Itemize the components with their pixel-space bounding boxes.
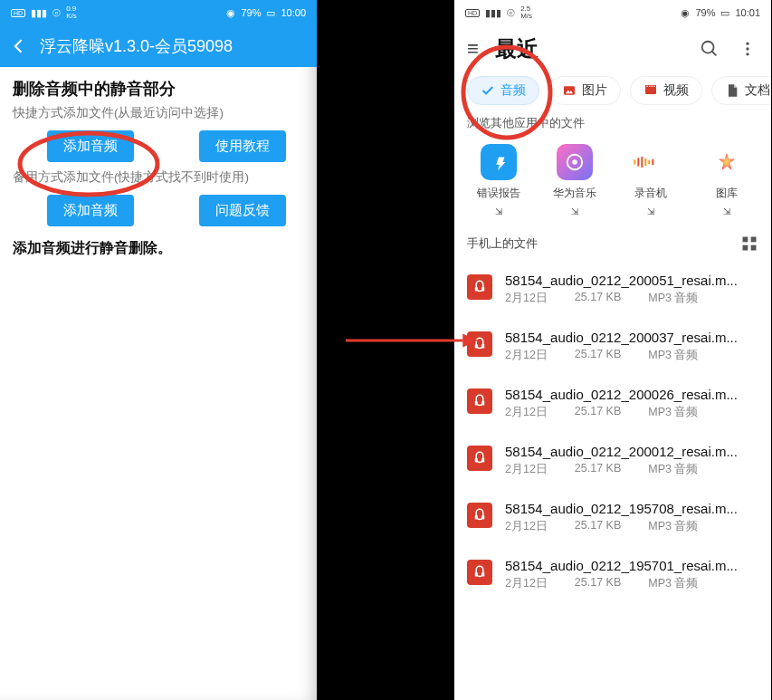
svg-rect-7 <box>645 87 656 94</box>
audio-file-icon <box>467 446 492 471</box>
file-sub: 2月12日 25.17 KB MP3 音频 <box>505 405 758 420</box>
app-title: 浮云降噪v1.3.0-会员59098 <box>40 35 233 57</box>
file-name: 58154_audio_0212_195708_resai.m... <box>505 501 749 516</box>
chip-doc[interactable]: 文档 <box>711 76 771 105</box>
file-size: 25.17 KB <box>575 519 621 534</box>
svg-rect-27 <box>475 287 478 292</box>
svg-rect-12 <box>653 86 654 87</box>
wifi-icon: ⦾ <box>507 7 515 19</box>
recent-title: 最近 <box>495 34 538 63</box>
svg-rect-18 <box>644 158 646 166</box>
signal-icon: ▮▮▮ <box>485 7 501 19</box>
app-bugreport[interactable]: 错误报告 ⇲ <box>467 144 530 216</box>
svg-rect-33 <box>475 458 478 463</box>
right-status-bar: HD ▮▮▮ ⦾ 2.5M/s ◉ 79% ▭ 10:01 <box>454 0 771 25</box>
status-right-icons: ◉ 79% ▭ 10:00 <box>226 7 306 19</box>
file-name: 58154_audio_0212_200026_resai.m... <box>505 387 749 402</box>
net-speed: 0.9K/s <box>66 5 77 20</box>
svg-rect-15 <box>634 159 635 164</box>
recorder-icon <box>633 144 669 180</box>
svg-rect-31 <box>475 401 478 406</box>
file-meta: 58154_audio_0212_200012_resai.m... 2月12日… <box>505 444 758 477</box>
back-icon[interactable] <box>9 36 29 56</box>
file-meta: 58154_audio_0212_200051_resai.m... 2月12日… <box>505 273 758 306</box>
chip-audio[interactable]: 音频 <box>467 76 539 105</box>
file-name: 58154_audio_0212_200037_resai.m... <box>505 330 749 345</box>
battery-pct: 79% <box>695 7 715 18</box>
app-hwmusic[interactable]: 华为音乐 ⇲ <box>543 144 606 216</box>
file-type: MP3 音频 <box>648 405 698 420</box>
svg-point-3 <box>746 47 748 50</box>
file-size: 25.17 KB <box>575 405 621 420</box>
file-type: MP3 音频 <box>648 348 698 363</box>
svg-marker-22 <box>719 153 734 169</box>
grid-view-icon[interactable] <box>740 235 758 253</box>
shortcut-icon: ⇲ <box>647 206 654 216</box>
add-audio-button-2[interactable]: 添加音频 <box>47 195 134 226</box>
app-recorder[interactable]: 录音机 ⇲ <box>619 144 682 216</box>
svg-rect-16 <box>637 158 639 166</box>
file-date: 2月12日 <box>505 576 548 591</box>
add-audio-button-1[interactable]: 添加音频 <box>47 130 134 162</box>
tutorial-button[interactable]: 使用教程 <box>199 130 286 162</box>
battery-pct: 79% <box>241 7 261 18</box>
image-icon <box>562 83 577 98</box>
file-item[interactable]: 58154_audio_0212_195701_resai.m... 2月12日… <box>454 547 771 604</box>
file-date: 2月12日 <box>505 519 548 534</box>
hint-quick: 快捷方式添加文件(从最近访问中选择) <box>0 105 317 127</box>
file-item[interactable]: 58154_audio_0212_200051_resai.m... 2月12日… <box>454 262 771 319</box>
wifi-icon: ⦾ <box>52 7 61 19</box>
chip-video[interactable]: 视频 <box>630 76 702 105</box>
audio-file-icon <box>467 560 492 585</box>
file-sub: 2月12日 25.17 KB MP3 音频 <box>505 519 758 534</box>
app-label: 录音机 <box>634 186 667 201</box>
svg-rect-35 <box>475 515 478 520</box>
clock: 10:00 <box>281 7 306 18</box>
video-icon <box>643 83 658 98</box>
file-list: 58154_audio_0212_200051_resai.m... 2月12日… <box>454 253 771 604</box>
file-sub: 2月12日 25.17 KB MP3 音频 <box>505 348 758 363</box>
file-sub: 2月12日 25.17 KB MP3 音频 <box>505 576 758 591</box>
hd-icon: HD <box>465 9 480 17</box>
file-meta: 58154_audio_0212_200026_resai.m... 2月12日… <box>505 387 758 420</box>
svg-point-0 <box>702 42 714 53</box>
gallery-icon <box>709 144 745 180</box>
shortcut-icon: ⇲ <box>495 206 502 216</box>
file-item[interactable]: 58154_audio_0212_200026_resai.m... 2月12日… <box>454 376 771 433</box>
hamburger-icon[interactable]: ≡ <box>467 37 479 61</box>
status-right-icons: ◉ 79% ▭ 10:01 <box>681 7 760 19</box>
net-speed: 2.5M/s <box>520 5 532 20</box>
feedback-button[interactable]: 问题反馈 <box>199 195 286 226</box>
file-date: 2月12日 <box>505 462 548 477</box>
file-item[interactable]: 58154_audio_0212_200037_resai.m... 2月12日… <box>454 319 771 376</box>
clock: 10:01 <box>735 7 760 18</box>
file-sub: 2月12日 25.17 KB MP3 音频 <box>505 291 758 306</box>
doc-icon <box>725 83 739 98</box>
file-date: 2月12日 <box>505 348 548 363</box>
status-left-icons: HD ▮▮▮ ⦾ 2.5M/s <box>465 5 532 20</box>
svg-rect-19 <box>648 160 650 164</box>
file-meta: 58154_audio_0212_195701_resai.m... 2月12日… <box>505 558 758 591</box>
svg-rect-28 <box>481 287 484 292</box>
svg-rect-30 <box>481 344 484 349</box>
svg-rect-25 <box>743 245 748 251</box>
file-size: 25.17 KB <box>575 576 621 591</box>
file-item[interactable]: 58154_audio_0212_200012_resai.m... 2月12日… <box>454 433 771 490</box>
chip-label: 音频 <box>500 82 526 99</box>
more-icon[interactable] <box>737 38 758 60</box>
left-header: HD ▮▮▮ ⦾ 0.9K/s ◉ 79% ▭ 10:00 浮云降噪v1.3.0… <box>0 0 317 67</box>
file-type: MP3 音频 <box>648 576 698 591</box>
file-item[interactable]: 58154_audio_0212_195708_resai.m... 2月12日… <box>454 490 771 547</box>
app-gallery[interactable]: 图库 ⇲ <box>695 144 758 216</box>
search-icon[interactable] <box>699 38 720 60</box>
status-left-icons: HD ▮▮▮ ⦾ 0.9K/s <box>11 5 77 20</box>
left-status-bar: HD ▮▮▮ ⦾ 0.9K/s ◉ 79% ▭ 10:00 <box>0 0 317 25</box>
app-label: 错误报告 <box>477 186 520 201</box>
svg-rect-26 <box>751 245 757 251</box>
file-name: 58154_audio_0212_200012_resai.m... <box>505 444 749 459</box>
button-row-1: 添加音频 使用教程 <box>0 127 317 169</box>
hint-backup: 备用方式添加文件(快捷方式找不到时使用) <box>0 169 317 191</box>
chip-image[interactable]: 图片 <box>548 76 621 105</box>
svg-rect-24 <box>751 237 757 243</box>
chip-label: 图片 <box>582 82 607 99</box>
